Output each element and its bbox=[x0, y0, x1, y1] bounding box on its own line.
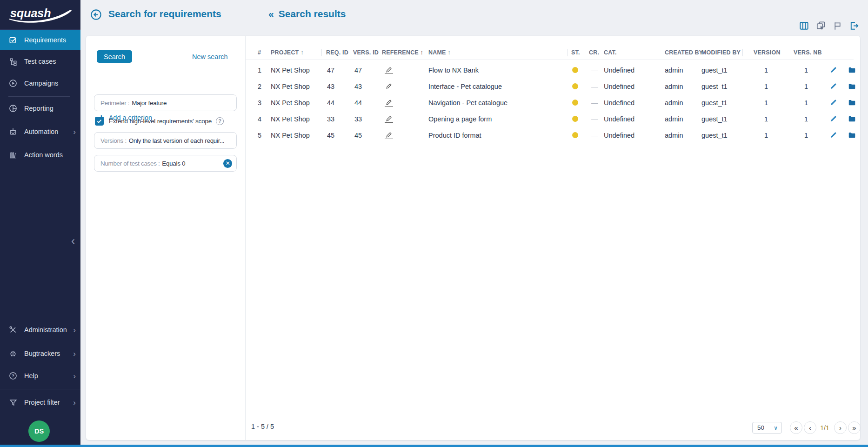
chevron-right-icon: › bbox=[73, 372, 76, 380]
sidebar-item-label: Action words bbox=[24, 151, 63, 159]
sidebar-item-administration[interactable]: Administration › bbox=[0, 320, 80, 340]
cell-criticality: — bbox=[591, 94, 598, 111]
next-page-button[interactable]: › bbox=[834, 421, 847, 434]
page-size-select[interactable]: 50 ∨ bbox=[752, 422, 782, 434]
sidebar-item-automation[interactable]: Automation › bbox=[0, 122, 80, 141]
column-header-vers-id[interactable]: VERS. ID bbox=[353, 49, 379, 56]
export-icon[interactable] bbox=[849, 20, 860, 31]
sidebar-item-label: Help bbox=[24, 372, 38, 380]
search-button[interactable]: Search bbox=[97, 50, 132, 63]
sidebar-item-project-filter[interactable]: Project filter › bbox=[0, 393, 80, 412]
result-range-label: 1 - 5 / 5 bbox=[251, 423, 274, 430]
edit-icon[interactable] bbox=[829, 111, 837, 127]
remove-criterion-icon[interactable]: ✕ bbox=[223, 159, 232, 168]
column-header-req-id[interactable]: REQ. ID bbox=[326, 49, 348, 56]
reference-edit-icon[interactable] bbox=[385, 78, 393, 94]
sidebar-item-label: Campaigns bbox=[24, 80, 58, 87]
extend-scope-checkbox[interactable] bbox=[95, 117, 104, 126]
column-header-cat[interactable]: CAT. bbox=[604, 49, 617, 56]
cell-name[interactable]: Product ID format bbox=[428, 127, 481, 143]
cell-req-id: 47 bbox=[327, 62, 334, 78]
column-header-modified-by[interactable]: MODIFIED BY bbox=[701, 49, 741, 56]
reference-edit-icon[interactable] bbox=[385, 111, 393, 127]
chevron-right-icon: › bbox=[73, 128, 76, 136]
sidebar-item-action-words[interactable]: Action words bbox=[0, 145, 80, 165]
table-row[interactable]: 2NX Pet Shop4343Interface - Pet catalogu… bbox=[245, 78, 860, 94]
reference-edit-icon[interactable] bbox=[385, 62, 393, 78]
sidebar-item-label: Bugtrackers bbox=[24, 350, 60, 357]
search-results-link[interactable]: « Search results bbox=[268, 8, 346, 20]
cell-name[interactable]: Opening a page form bbox=[428, 111, 492, 127]
folder-glyph bbox=[848, 131, 856, 140]
edit-icon[interactable] bbox=[829, 127, 837, 143]
reference-edit-icon[interactable] bbox=[385, 94, 393, 111]
sidebar-item-campaigns[interactable]: Campaigns bbox=[0, 73, 80, 93]
squash-logo-icon: squash bbox=[5, 4, 74, 26]
folder-icon[interactable] bbox=[848, 127, 856, 143]
column-header-version[interactable]: VERSION bbox=[754, 49, 781, 56]
new-search-link[interactable]: New search bbox=[192, 53, 228, 60]
cell-modified-by: guest_t1 bbox=[701, 127, 728, 143]
criterion-test-case-count[interactable]: Number of test cases : Equals 0 ✕ bbox=[94, 155, 237, 172]
action-words-icon bbox=[8, 150, 18, 160]
cell-vers-nb: 1 bbox=[792, 62, 820, 78]
cell-vers-id: 43 bbox=[354, 78, 362, 94]
requirements-icon bbox=[8, 35, 18, 45]
page-indicator: 1/1 bbox=[815, 421, 834, 434]
column-header-reference[interactable]: REFERENCE ↑ bbox=[382, 49, 423, 56]
sidebar-item-requirements[interactable]: Requirements bbox=[0, 30, 80, 50]
back-button[interactable] bbox=[90, 8, 102, 21]
table-row[interactable]: 1NX Pet Shop4747Flow to NX Bank—Undefine… bbox=[245, 62, 860, 78]
row-number: 4 bbox=[258, 111, 261, 127]
sidebar-item-bugtrackers[interactable]: Bugtrackers › bbox=[0, 344, 80, 363]
cell-modified-by: guest_t1 bbox=[701, 94, 728, 111]
sidebar-item-label: Project filter bbox=[24, 399, 60, 406]
cell-name[interactable]: Navigation - Pet catalogue bbox=[428, 94, 507, 111]
column-header-[interactable]: # bbox=[258, 49, 261, 56]
criterion-perimeter[interactable]: Perimeter : Major feature bbox=[94, 94, 237, 111]
reporting-icon bbox=[8, 104, 18, 113]
cell-created-by: admin bbox=[665, 111, 683, 127]
sidebar-item-help[interactable]: ? Help › bbox=[0, 366, 80, 386]
folder-glyph bbox=[848, 114, 856, 123]
column-header-name[interactable]: NAME ↑ bbox=[428, 49, 451, 56]
edit-icon[interactable] bbox=[829, 94, 837, 111]
pencil-icon bbox=[386, 115, 392, 122]
sidebar-item-reporting[interactable]: Reporting bbox=[0, 99, 80, 118]
column-header-cr[interactable]: CR. bbox=[589, 49, 599, 56]
cell-name[interactable]: Interface - Pet catalogue bbox=[428, 78, 502, 94]
copy-selection-icon[interactable] bbox=[815, 20, 826, 31]
cell-category: Undefined bbox=[604, 94, 634, 111]
folder-icon[interactable] bbox=[848, 78, 856, 94]
sidebar-item-test-cases[interactable]: Test cases bbox=[0, 52, 80, 71]
column-header-st[interactable]: ST. bbox=[571, 49, 580, 56]
column-header-project[interactable]: PROJECT ↑ bbox=[271, 49, 304, 56]
criterion-versions[interactable]: Versions : Only the last version of each… bbox=[94, 132, 237, 149]
last-page-button[interactable]: » bbox=[848, 421, 861, 434]
folder-icon[interactable] bbox=[848, 111, 856, 127]
columns-icon[interactable] bbox=[799, 20, 809, 31]
extend-scope-label: Extend high-level requirements' scope bbox=[109, 118, 212, 125]
folder-icon[interactable] bbox=[848, 94, 856, 111]
flag-icon[interactable] bbox=[832, 20, 843, 31]
reference-edit-icon[interactable] bbox=[385, 127, 393, 143]
avatar[interactable]: DS bbox=[28, 420, 50, 442]
cell-req-id: 45 bbox=[327, 127, 334, 143]
column-header-vers-nb[interactable]: VERS. NB bbox=[794, 49, 822, 56]
folder-icon[interactable] bbox=[848, 62, 856, 78]
edit-icon[interactable] bbox=[829, 78, 837, 94]
table-row[interactable]: 4NX Pet Shop3333Opening a page form—Unde… bbox=[245, 111, 860, 127]
squash-logo[interactable]: squash bbox=[0, 0, 80, 30]
pencil-icon bbox=[829, 99, 837, 107]
table-row[interactable]: 3NX Pet Shop4444Navigation - Pet catalog… bbox=[245, 94, 860, 111]
cell-name[interactable]: Flow to NX Bank bbox=[428, 62, 479, 78]
sidebar-collapse-icon[interactable]: ‹ bbox=[71, 235, 75, 247]
cell-version: 1 bbox=[752, 62, 780, 78]
first-page-button[interactable]: « bbox=[790, 421, 802, 434]
sidebar-item-label: Requirements bbox=[24, 36, 66, 44]
help-circle-icon[interactable]: ? bbox=[216, 117, 224, 125]
edit-icon[interactable] bbox=[829, 62, 837, 78]
table-row[interactable]: 5NX Pet Shop4545Product ID format—Undefi… bbox=[245, 127, 860, 143]
previous-page-button[interactable]: ‹ bbox=[804, 421, 816, 434]
chevron-right-icon: › bbox=[73, 326, 76, 334]
